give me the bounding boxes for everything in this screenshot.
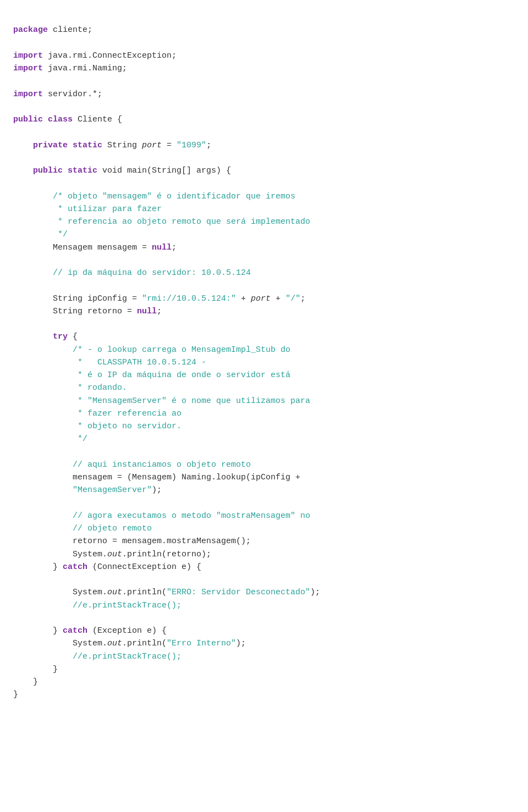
- code-token-plain: +: [271, 294, 285, 303]
- code-token-plain: [13, 358, 78, 367]
- code-token-comment: */: [78, 434, 87, 444]
- code-token-plain: [13, 230, 58, 239]
- code-token-plain: System.: [13, 588, 107, 597]
- code-line: * fazer referencia ao: [13, 407, 515, 420]
- code-line: String ipConfig = "rmi://10.0.5.124:" + …: [13, 292, 515, 305]
- code-line: }: [13, 676, 515, 688]
- code-token-comment: * fazer referencia ao: [78, 409, 182, 418]
- code-token-var-italic: out: [107, 550, 122, 559]
- code-line: String retorno = null;: [13, 305, 515, 318]
- code-token-plain: [13, 422, 78, 431]
- code-token-plain: }: [13, 665, 58, 674]
- code-line: retorno = mensagem.mostraMensagem();: [13, 535, 515, 548]
- code-token-kw: public: [13, 115, 43, 124]
- code-token-plain: java.rmi.Naming;: [43, 64, 127, 73]
- code-token-str: "Erro Interno": [167, 639, 236, 648]
- code-line: private static String port = "1099";: [13, 139, 515, 152]
- code-line: [13, 446, 515, 459]
- code-token-plain: ;: [172, 243, 177, 252]
- code-token-plain: [43, 115, 48, 124]
- code-editor: package cliente; import java.rmi.Connect…: [13, 11, 515, 701]
- code-token-plain: );: [236, 639, 246, 648]
- code-token-plain: (Exception e) {: [87, 626, 167, 636]
- code-token-comment: * referencia ao objeto remoto que será i…: [58, 217, 310, 227]
- code-line: * referencia ao objeto remoto que será i…: [13, 216, 515, 228]
- code-line: [13, 612, 515, 625]
- code-token-kw: catch: [63, 626, 87, 636]
- code-token-str: "1099": [177, 141, 206, 150]
- code-token-plain: [13, 268, 53, 278]
- code-token-plain: [13, 192, 53, 201]
- code-token-plain: [13, 217, 58, 227]
- code-line: //e.printStackTrace();: [13, 650, 515, 663]
- code-line: // ip da máquina do servidor: 10.0.5.124: [13, 267, 515, 279]
- code-token-kw: import: [13, 64, 43, 73]
- code-line: [13, 101, 515, 113]
- code-token-plain: }: [13, 677, 38, 687]
- code-token-plain: [63, 166, 68, 175]
- code-token-plain: );: [152, 485, 162, 495]
- code-token-comment: //e.printStackTrace();: [73, 601, 182, 610]
- code-token-comment: /* objeto "mensagem" é o identificador q…: [53, 192, 295, 201]
- code-token-comment: // aqui instanciamos o objeto remoto: [73, 460, 251, 469]
- code-token-comment: * rodando.: [78, 383, 127, 393]
- code-token-plain: cliente;: [48, 25, 92, 35]
- code-token-kw: package: [13, 25, 48, 35]
- code-line: package cliente;: [13, 24, 515, 36]
- code-token-plain: servidor.*;: [43, 90, 102, 99]
- code-token-comment: /* - o lookup carrega o MensagemImpl_Stu…: [73, 345, 290, 355]
- code-token-plain: }: [13, 562, 63, 572]
- code-token-plain: System.: [13, 550, 107, 559]
- code-token-str: "/": [285, 294, 300, 303]
- code-token-null-kw: null: [137, 307, 157, 316]
- code-line: // agora executamos o metodo "mostraMens…: [13, 510, 515, 522]
- code-token-kw: public: [33, 166, 63, 175]
- code-token-plain: [13, 345, 73, 355]
- code-token-plain: [13, 383, 78, 393]
- code-line: public class Cliente {: [13, 113, 515, 126]
- code-line: System.out.println("ERRO: Servidor Desco…: [13, 586, 515, 599]
- code-line: [13, 497, 515, 510]
- code-token-plain: [13, 434, 78, 444]
- code-token-plain: .println(: [122, 639, 167, 648]
- code-token-comment: */: [58, 230, 68, 239]
- code-token-plain: ;: [206, 141, 211, 150]
- code-line: /* - o lookup carrega o MensagemImpl_Stu…: [13, 344, 515, 356]
- code-token-plain: =: [162, 141, 177, 150]
- code-token-str: "ERRO: Servidor Desconectado": [167, 588, 310, 597]
- code-line: [13, 177, 515, 190]
- code-token-plain: .println(: [122, 588, 167, 597]
- code-line: public static void main(String[] args) {: [13, 164, 515, 177]
- code-token-plain: (ConnectException e) {: [87, 562, 201, 572]
- code-token-plain: }: [13, 690, 18, 699]
- code-token-plain: }: [13, 626, 63, 636]
- code-line: }: [13, 663, 515, 676]
- code-line: "MensagemServer");: [13, 484, 515, 496]
- code-token-plain: [68, 141, 73, 150]
- code-line: } catch (ConnectException e) {: [13, 561, 515, 573]
- code-token-plain: [13, 141, 33, 150]
- code-line: import java.rmi.Naming;: [13, 62, 515, 75]
- code-line: * utilizar para fazer: [13, 203, 515, 216]
- code-token-plain: String ipConfig =: [13, 294, 142, 303]
- code-token-plain: Mensagem mensagem =: [13, 243, 152, 252]
- code-line: [13, 152, 515, 164]
- code-token-comment: * utilizar para fazer: [58, 205, 162, 214]
- code-token-plain: .println(retorno);: [122, 550, 211, 559]
- code-token-plain: String retorno =: [13, 307, 137, 316]
- code-line: //e.printStackTrace();: [13, 599, 515, 612]
- code-line: System.out.println("Erro Interno");: [13, 637, 515, 650]
- code-line: * objeto no servidor.: [13, 420, 515, 433]
- code-token-plain: [13, 166, 33, 175]
- code-token-plain: retorno = mensagem.mostraMensagem();: [13, 537, 251, 546]
- code-line: */: [13, 228, 515, 241]
- code-line: import servidor.*;: [13, 88, 515, 101]
- code-token-plain: [13, 485, 73, 495]
- code-token-plain: [13, 652, 73, 661]
- code-token-plain: [13, 460, 73, 469]
- code-token-str: "MensagemServer": [73, 485, 152, 495]
- code-line: /* objeto "mensagem" é o identificador q…: [13, 190, 515, 203]
- code-token-plain: mensagem = (Mensagem) Naming.lookup(ipCo…: [13, 473, 300, 482]
- code-line: import java.rmi.ConnectException;: [13, 49, 515, 62]
- code-token-var-italic: out: [107, 588, 122, 597]
